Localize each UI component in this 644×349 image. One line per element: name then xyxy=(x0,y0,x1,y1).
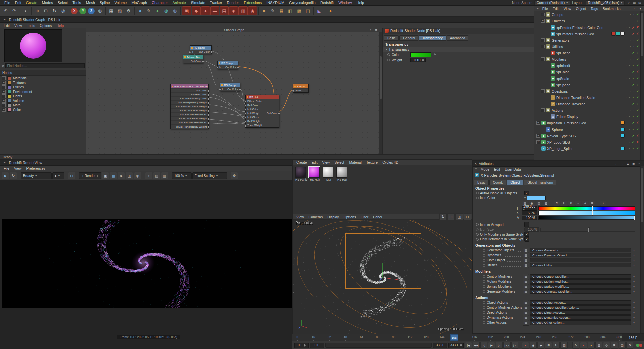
cache-state-indicator[interactable]: ● xyxy=(588,342,595,349)
history-forward-icon[interactable]: → xyxy=(620,162,625,166)
om-row-groups[interactable]: +▣Groups· ·✓ xyxy=(534,11,641,18)
snapshot-grid-button[interactable]: ▦ xyxy=(110,172,117,179)
output-port-icon[interactable] xyxy=(207,122,210,124)
undo-button[interactable]: ↶ xyxy=(1,7,10,15)
node-picker-icon[interactable]: ▦ xyxy=(523,263,529,268)
node-port-row[interactable]: Out PRef Color xyxy=(171,92,208,96)
menu-options[interactable]: Options xyxy=(341,215,358,219)
om-row-xpcache[interactable]: +▮xpCache· ·✓✓ xyxy=(534,50,641,56)
visibility-dots-icon[interactable]: · · xyxy=(626,70,631,74)
expand-icon[interactable]: + xyxy=(2,85,6,89)
record-position-button[interactable]: ◆ xyxy=(537,342,544,349)
dynamics-choose-button[interactable]: Choose Dynamic Object... xyxy=(530,253,631,257)
disabled-x-icon[interactable]: ✗ xyxy=(636,134,639,138)
color-picker-button[interactable]: ⌖ xyxy=(145,172,152,179)
hue-slider[interactable] xyxy=(538,206,635,210)
om-row-xp-logo-sds[interactable]: +▲XP_Logo.SDS· ·✓✗ xyxy=(534,139,641,145)
om-row-actions[interactable]: −▣Actions· ·✓ xyxy=(534,107,641,113)
visibility-dots-icon[interactable]: · · xyxy=(626,134,631,138)
xparticles-system-button[interactable]: ● xyxy=(326,7,335,15)
pin-material-icon[interactable]: ▣ xyxy=(374,28,378,32)
frame-selected-icon[interactable]: ⌖ xyxy=(368,28,373,32)
expand-icon[interactable]: + xyxy=(2,108,6,112)
menu-file[interactable]: File xyxy=(1,166,12,170)
output-port-icon[interactable] xyxy=(207,102,210,104)
hex-mode-icon[interactable]: # xyxy=(582,201,588,206)
menu-material[interactable]: Material xyxy=(346,160,364,164)
icon-in-viewport-checkbox[interactable] xyxy=(524,222,529,227)
visibility-dots-icon[interactable]: · · xyxy=(626,77,631,80)
menu-texture[interactable]: Texture xyxy=(364,160,380,164)
kelvin-mode-icon[interactable]: K xyxy=(568,201,574,206)
output-port-icon[interactable] xyxy=(237,66,239,69)
compact-mode-icon[interactable]: ⊞ xyxy=(589,201,595,206)
node-port-row[interactable]: Out Color xyxy=(171,88,208,92)
redshift-material-3-button[interactable]: ● xyxy=(201,6,210,15)
workplane-button[interactable]: ◣ xyxy=(315,7,323,15)
live-selection-tool-button[interactable]: ⌖ xyxy=(21,7,30,15)
menu-preferences[interactable]: Preferences xyxy=(24,166,48,170)
material-rs-hair[interactable]: RS Hair xyxy=(309,167,321,181)
close-icon[interactable]: × xyxy=(475,162,477,166)
search-icon[interactable]: ⌕ xyxy=(627,1,631,5)
attr-tab-global-transform[interactable]: Global Transform xyxy=(524,180,556,185)
enabled-check-icon[interactable]: ✓ xyxy=(636,102,639,106)
interface-icon[interactable]: ▤ xyxy=(637,1,642,5)
record-scale-button[interactable]: ⊡ xyxy=(545,342,552,349)
om-row-xpemitter-emission-geo[interactable]: +◆xpEmitter.Emission Geo· ·✗✗ xyxy=(534,31,641,37)
window-menu-icon[interactable]: ≡ xyxy=(2,18,7,21)
ab-compare-b-button[interactable]: ▥ xyxy=(161,172,168,179)
disabled-x-icon[interactable]: ✗ xyxy=(636,140,639,144)
enabled-check-icon[interactable]: ✓ xyxy=(636,38,639,42)
spinner-icon[interactable] xyxy=(304,344,306,347)
disabled-x-icon[interactable]: ✗ xyxy=(636,32,639,36)
mixer-mode-icon[interactable]: ≡ xyxy=(575,201,581,206)
row-options-icon[interactable]: ▾ xyxy=(632,249,636,252)
node-port-row[interactable]: Out Std Mat PRefl Gloss xyxy=(171,120,208,124)
menu-select[interactable]: Select xyxy=(55,1,70,5)
graph-node-output[interactable]: OutputSurfa xyxy=(293,84,309,93)
graph-node-maxon-no[interactable]: Maxon No..Out Color xyxy=(183,55,203,63)
goto-end-button[interactable]: ▷| xyxy=(511,342,518,349)
direct-actions-choose-button[interactable]: Choose Direct Action... xyxy=(530,310,631,315)
menu-view[interactable]: View xyxy=(561,7,574,11)
expand-icon[interactable]: + xyxy=(2,81,6,85)
scaling-select[interactable]: Fixed Scaling▾ xyxy=(192,172,227,179)
redshift-material-6-button[interactable]: ◈ xyxy=(229,6,238,15)
compare-button[interactable]: ◫ xyxy=(126,172,133,179)
row-options-icon[interactable]: ▾ xyxy=(632,301,636,304)
om-row-emitters[interactable]: −▣Emitters· ·✓ xyxy=(534,18,641,24)
node-port-row[interactable]: Refl Color xyxy=(246,103,279,107)
viewport-canvas[interactable] xyxy=(293,220,473,334)
rotate-tool-button[interactable]: ↻ xyxy=(50,7,59,15)
node-picker-icon[interactable]: ▦ xyxy=(523,300,529,305)
visibility-dots-icon[interactable]: · · xyxy=(626,83,631,87)
om-row-modifiers[interactable]: −▣Modifiers· ·✓ xyxy=(534,56,641,62)
om-row-xpscale[interactable]: +◆xpScale· ·✓✓ xyxy=(534,75,641,82)
output-port-icon[interactable] xyxy=(207,126,210,128)
node-port-row[interactable]: Out Transparency Weight xyxy=(171,100,208,104)
menu-volume[interactable]: Volume xyxy=(112,1,129,5)
coordinate-system-button[interactable]: ◍ xyxy=(96,7,104,15)
eyedropper-icon[interactable]: ⌖ xyxy=(600,201,606,206)
expand-icon[interactable]: + xyxy=(2,94,6,98)
hue-value-field[interactable]: 199.636 ° xyxy=(522,206,537,211)
subdivision-surface-button[interactable]: ▦ xyxy=(277,7,286,15)
input-port-icon[interactable] xyxy=(244,100,247,103)
node-picker-icon[interactable]: ▦ xyxy=(523,284,529,289)
goto-start-button[interactable]: |◀ xyxy=(465,342,472,349)
expand-icon[interactable]: + xyxy=(536,134,540,138)
node-category-utilities[interactable]: +Utilities xyxy=(0,85,86,90)
visibility-dots-icon[interactable]: · · xyxy=(630,19,635,23)
om-row-sphere[interactable]: +●Sphere· ·✓✓ xyxy=(534,126,641,133)
attr-tab-object[interactable]: Object xyxy=(507,180,523,185)
menu-help[interactable]: Help xyxy=(354,1,366,5)
region-render-button[interactable]: ⊡ xyxy=(68,172,75,179)
utilities-choose-button[interactable]: Choose Utility... xyxy=(530,263,631,267)
row-options-icon[interactable]: ▾ xyxy=(632,321,636,324)
hsv-mode-icon[interactable]: H xyxy=(561,201,567,206)
attributes-scrollbar[interactable] xyxy=(640,166,644,333)
cloth-ball-button[interactable]: ◍ xyxy=(162,7,170,15)
menu-select[interactable]: Select xyxy=(332,160,346,164)
input-port-icon[interactable] xyxy=(244,124,247,127)
